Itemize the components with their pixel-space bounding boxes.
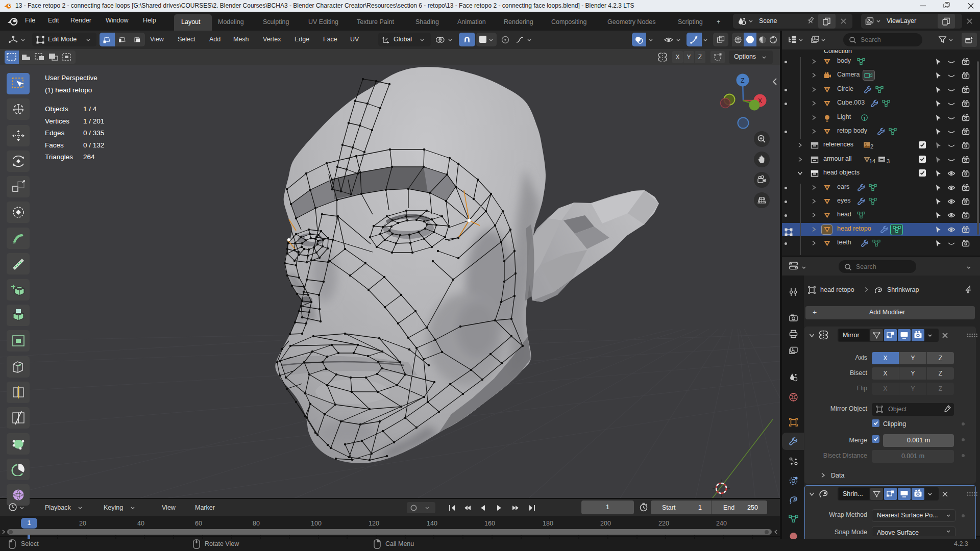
svg-text:Z: Z <box>741 77 744 84</box>
